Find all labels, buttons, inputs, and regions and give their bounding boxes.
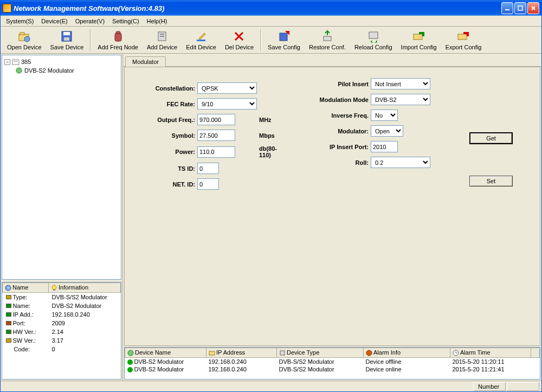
toolbar: Open Device Save Device Add Freq Node Ad…	[1, 27, 541, 54]
outfreq-label: Output Freq.:	[141, 117, 195, 123]
tree-root-label: 385	[21, 59, 31, 65]
main-window: Network Management Software(Version:4.83…	[0, 0, 542, 392]
status-number-label: Number	[473, 382, 506, 391]
minimize-button[interactable]	[501, 2, 513, 14]
menu-setting[interactable]: Setting(C)	[109, 17, 143, 25]
import-icon	[412, 30, 425, 43]
save-device-button[interactable]: Save Device	[47, 29, 87, 52]
right-panel: Modulator Constellation: QPSK FEC Rate: …	[123, 54, 541, 381]
pilot-select[interactable]: Not Insert	[371, 78, 430, 89]
export-config-button[interactable]: Export Config	[442, 29, 485, 52]
symbol-unit: Mbps	[259, 132, 286, 139]
statusbar: Number	[1, 381, 541, 391]
svg-rect-0	[505, 9, 509, 10]
import-config-button[interactable]: Import Config	[398, 29, 440, 52]
close-button[interactable]	[527, 2, 539, 14]
tsid-input[interactable]	[197, 163, 219, 174]
save-config-icon	[278, 30, 291, 43]
collapse-icon[interactable]: −	[4, 59, 10, 65]
fec-select[interactable]: 9/10	[197, 98, 257, 110]
col-time[interactable]: Alarm Time	[450, 348, 531, 358]
info-header-info[interactable]: Information	[49, 283, 121, 293]
symbol-label: Symbol:	[141, 132, 195, 139]
maximize-button[interactable]	[514, 2, 526, 14]
netid-label: NET. ID:	[141, 181, 195, 188]
svg-rect-10	[115, 33, 121, 41]
svg-point-29	[16, 68, 22, 73]
ipport-input[interactable]	[371, 141, 398, 152]
get-button[interactable]: Get	[469, 132, 513, 144]
del-device-button[interactable]: Del Device	[222, 29, 257, 52]
symbol-input[interactable]	[197, 130, 235, 141]
pilot-label: Pilot Insert	[304, 81, 369, 87]
svg-text:?: ?	[7, 286, 10, 291]
set-button[interactable]: Set	[469, 176, 513, 187]
info-row: IP Add.:192.168.0.240	[3, 310, 121, 319]
online-dot-icon	[127, 359, 133, 365]
svg-rect-25	[458, 34, 467, 40]
outfreq-input[interactable]	[197, 114, 235, 125]
modmode-label: Modulation Mode	[304, 97, 369, 103]
left-panel: − 385 DVB-S2 Modulator ?Name Information…	[1, 54, 123, 381]
svg-point-37	[366, 350, 372, 356]
modulator-select[interactable]: Open	[371, 125, 403, 137]
tree-child-label: DVB-S2 Modulator	[24, 67, 74, 74]
device-list[interactable]: Device Name IP Address Device Type Alarm…	[124, 347, 540, 380]
info-row: HW Ver.:2.14	[3, 327, 121, 336]
col-type[interactable]: Device Type	[277, 348, 364, 358]
node-icon	[12, 58, 20, 66]
toolbar-separator	[260, 29, 261, 51]
box-icon	[279, 350, 286, 356]
menu-help[interactable]: Help(H)	[144, 17, 171, 25]
info-row: Code:0	[3, 345, 121, 354]
power-unit: db(80-110)	[259, 145, 286, 158]
info-row: SW Ver.:3.17	[3, 336, 121, 345]
tab-modulator[interactable]: Modulator	[125, 56, 166, 67]
save-config-button[interactable]: Save Config	[264, 29, 304, 52]
globe-icon	[127, 350, 134, 356]
col-ip[interactable]: IP Address	[207, 348, 277, 358]
fec-label: FEC Rate:	[141, 101, 195, 107]
invfreq-select[interactable]: No	[371, 110, 398, 121]
restore-icon	[321, 30, 334, 43]
col-alarm[interactable]: Alarm Info	[364, 348, 450, 358]
modmode-select[interactable]: DVB-S2	[371, 94, 430, 105]
info-header-name[interactable]: ?Name	[3, 283, 49, 293]
svg-rect-14	[160, 36, 164, 37]
status-dot-icon	[6, 312, 11, 317]
roll-label: Roll:	[304, 159, 369, 166]
tree-child[interactable]: DVB-S2 Modulator	[4, 66, 119, 75]
edit-device-button[interactable]: Edit Device	[183, 29, 220, 52]
tree-root[interactable]: − 385	[4, 57, 119, 66]
device-tree[interactable]: − 385 DVB-S2 Modulator	[2, 55, 121, 280]
col-device-name[interactable]: Device Name	[125, 348, 207, 358]
roll-select[interactable]: 0.2	[371, 157, 430, 168]
device-icon	[156, 30, 169, 43]
menu-system[interactable]: System(S)	[3, 17, 37, 25]
add-device-button[interactable]: Add Device	[144, 29, 180, 52]
svg-marker-16	[199, 33, 205, 40]
power-input[interactable]	[197, 146, 235, 158]
svg-point-34	[128, 350, 133, 356]
svg-rect-36	[280, 351, 285, 355]
menu-device[interactable]: Device(E)	[38, 17, 70, 25]
ipport-label: IP Insert Port:	[304, 144, 369, 150]
device-row[interactable]: DVB-S2 Modulator192.168.0.240DVB-S/S2 Mo…	[125, 358, 540, 366]
device-row[interactable]: DVB-S2 Modulator192.168.0.240DVB-S/S2 Mo…	[125, 365, 540, 373]
delete-x-icon	[233, 30, 246, 43]
svg-rect-9	[64, 37, 69, 41]
folder-gear-icon	[18, 30, 31, 43]
netid-input[interactable]	[197, 178, 219, 190]
open-device-button[interactable]: Open Device	[4, 29, 45, 52]
reload-icon	[367, 30, 380, 43]
reload-config-button[interactable]: Reload Config	[351, 29, 396, 52]
titlebar: Network Management Software(Version:4.83…	[1, 1, 541, 16]
constellation-select[interactable]: QPSK	[197, 82, 257, 94]
floppy-icon	[60, 30, 73, 43]
online-dot-icon	[127, 367, 133, 372]
add-freq-node-button[interactable]: Add Freq Node	[94, 29, 141, 52]
menu-operate[interactable]: Operate(V)	[72, 17, 108, 25]
status-dot-icon	[6, 321, 11, 325]
restore-config-button[interactable]: Restore Conf.	[306, 29, 349, 52]
modulator-label: Modulator:	[304, 128, 369, 134]
